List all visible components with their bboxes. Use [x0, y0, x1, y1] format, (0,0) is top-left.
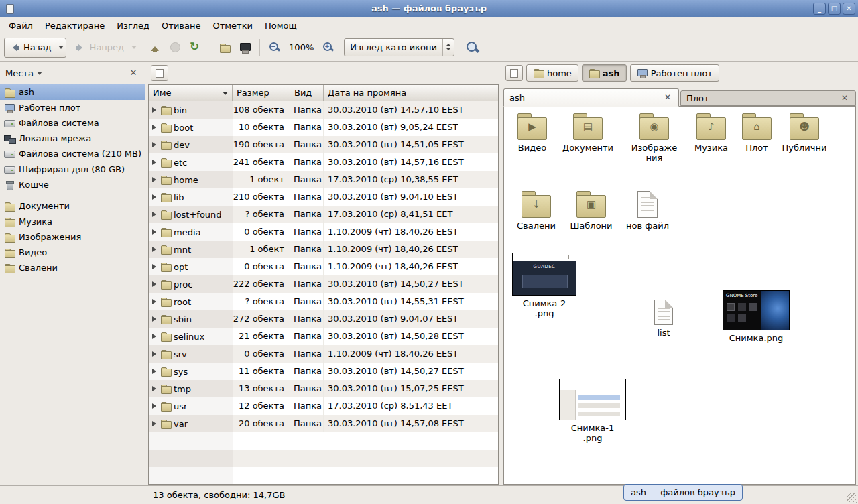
column-header-size[interactable]: Размер — [233, 85, 290, 101]
maximize-button[interactable] — [828, 3, 841, 15]
icon-view-folder[interactable]: ⌂ Плот — [730, 113, 784, 153]
icon-view-folder[interactable]: ↓ Свалени — [509, 191, 563, 231]
column-header-kind[interactable]: Вид — [290, 85, 324, 101]
forward-button[interactable]: Напред — [70, 38, 129, 58]
table-row[interactable]: bin 108 обекта Папка 30.03.2010 (вт) 14,… — [149, 101, 498, 119]
expander-icon[interactable] — [151, 334, 158, 340]
sidebar-item[interactable]: Локална мрежа — [0, 131, 145, 146]
column-header-name[interactable]: Име — [149, 85, 233, 101]
zoom-in-button[interactable]: + — [318, 38, 339, 58]
expander-icon[interactable] — [151, 229, 158, 235]
sidebar-title[interactable]: Места — [5, 68, 34, 78]
menu-item[interactable]: Файл — [3, 19, 39, 33]
menu-item[interactable]: Отиване — [156, 19, 206, 33]
expander-icon[interactable] — [151, 107, 158, 113]
pane-location-button[interactable] — [505, 65, 523, 81]
sidebar-item[interactable]: ash — [0, 84, 145, 100]
icon-view-file-new[interactable]: нов файл — [621, 191, 674, 231]
menu-item[interactable]: Редактиране — [39, 19, 111, 33]
table-row[interactable]: etc 241 обекта Папка 30.03.2010 (вт) 14,… — [149, 153, 498, 171]
sidebar-item[interactable]: Изображения — [0, 229, 145, 245]
table-row[interactable]: var 20 обекта Папка 30.03.2010 (вт) 14,5… — [149, 415, 498, 432]
table-row[interactable]: home 1 обект Папка 17.03.2010 (ср) 10,38… — [149, 171, 498, 188]
expander-icon[interactable] — [151, 421, 158, 427]
expander-icon[interactable] — [151, 316, 158, 322]
icon-view-image-snimka2[interactable]: GUADEC Снимка-2.png — [511, 253, 578, 319]
expander-icon[interactable] — [151, 212, 158, 218]
table-row[interactable]: mnt 1 обект Папка 1.10.2009 (чт) 18,40,2… — [149, 241, 498, 258]
table-row[interactable]: opt 0 обекта Папка 1.10.2009 (чт) 18,40,… — [149, 258, 498, 275]
table-row[interactable]: lib 210 обекта Папка 30.03.2010 (вт) 9,0… — [149, 188, 498, 206]
back-button[interactable]: Назад — [4, 38, 56, 58]
search-button[interactable] — [461, 38, 484, 58]
table-row[interactable]: sys 11 обекта Папка 30.03.2010 (вт) 14,5… — [149, 363, 498, 380]
expander-icon[interactable] — [151, 264, 158, 270]
sidebar-item[interactable]: Работен плот — [0, 100, 145, 115]
expander-icon[interactable] — [151, 369, 158, 375]
table-row[interactable]: lost+found ? обекта Папка 17.03.2010 (ср… — [149, 206, 498, 223]
icon-view-folder[interactable]: ◉ Изображения — [625, 113, 683, 164]
sidebar-close-button[interactable] — [127, 67, 139, 79]
close-tab-icon[interactable] — [839, 93, 850, 104]
table-row[interactable]: boot 10 обекта Папка 30.03.2010 (вт) 9,0… — [149, 119, 498, 136]
icon-view-folder[interactable]: ▣ Шаблони — [564, 191, 618, 231]
path-button-desktop[interactable]: Работен плот — [630, 64, 719, 82]
minimize-button[interactable] — [813, 3, 826, 15]
icon-view-folder[interactable]: ▶ Видео — [505, 113, 559, 153]
computer-button[interactable] — [235, 38, 255, 58]
path-button-ash[interactable]: ash — [582, 64, 627, 82]
table-row[interactable]: media 0 обекта Папка 1.10.2009 (чт) 18,4… — [149, 223, 498, 241]
tab-plot[interactable]: Плот — [680, 90, 856, 106]
menu-item[interactable]: Отметки — [206, 19, 258, 33]
column-header-modified[interactable]: Дата на промяна — [324, 85, 498, 101]
sidebar-item[interactable]: Свалени — [0, 260, 145, 275]
sidebar-item[interactable]: Видео — [0, 245, 145, 260]
sidebar-item[interactable]: Файлова система — [0, 115, 145, 131]
table-row[interactable]: tmp 13 обекта Папка 30.03.2010 (вт) 15,0… — [149, 380, 498, 397]
sidebar-item[interactable]: Документи — [0, 198, 145, 214]
sidebar-item[interactable]: Кошче — [0, 177, 145, 192]
icon-view-folder[interactable]: ☻ Публични — [778, 113, 831, 153]
table-row[interactable]: proc 222 обекта Папка 30.03.2010 (вт) 14… — [149, 275, 498, 293]
icon-view-folder[interactable]: ▤ Документи — [561, 113, 615, 153]
sidebar-item[interactable]: Шифриран дял (80 GB) — [0, 162, 145, 177]
menu-item[interactable]: Помощ — [259, 19, 303, 33]
icon-view-file-list[interactable]: list — [638, 300, 689, 338]
sidebar-item[interactable] — [0, 192, 145, 198]
close-button[interactable] — [843, 3, 855, 15]
expander-icon[interactable] — [151, 142, 158, 148]
expander-icon[interactable] — [151, 125, 158, 131]
icon-view-image-snimka1[interactable]: Снимка-1.png — [558, 379, 627, 444]
home-button[interactable] — [214, 38, 235, 58]
zoom-out-button[interactable]: − — [264, 38, 285, 58]
taskbar-window-button[interactable]: ash — файлов браузър — [623, 484, 743, 501]
table-row[interactable]: usr 12 обекта Папка 17.03.2010 (ср) 8,51… — [149, 397, 498, 415]
expander-icon[interactable] — [151, 299, 158, 305]
stop-button[interactable] — [166, 38, 185, 58]
expander-icon[interactable] — [151, 403, 158, 410]
close-tab-icon[interactable] — [662, 92, 673, 103]
expander-icon[interactable] — [151, 194, 158, 200]
expander-icon[interactable] — [151, 160, 158, 166]
expander-icon[interactable] — [151, 351, 158, 357]
table-row[interactable]: sbin 272 обекта Папка 30.03.2010 (вт) 9,… — [149, 310, 498, 328]
back-history-dropdown[interactable] — [56, 38, 66, 58]
resize-grip[interactable] — [847, 493, 857, 503]
reload-button[interactable] — [185, 38, 206, 58]
expander-icon[interactable] — [151, 386, 158, 392]
expander-icon[interactable] — [151, 281, 158, 288]
pane-location-button[interactable] — [151, 65, 168, 81]
table-row[interactable]: dev 190 обекта Папка 30.03.2010 (вт) 14,… — [149, 136, 498, 153]
table-row[interactable]: root ? обекта Папка 30.03.2010 (вт) 14,5… — [149, 293, 498, 310]
titlebar[interactable]: ash — файлов браузър — [0, 0, 858, 17]
tab-ash[interactable]: ash — [503, 88, 679, 107]
sidebar-item[interactable]: Файлова система (210 MB) — [0, 146, 145, 162]
forward-history-dropdown[interactable] — [129, 38, 139, 58]
up-button[interactable] — [145, 38, 166, 58]
icon-view-image-snimka[interactable]: GNOME Store Снимка.png — [721, 290, 791, 344]
expander-icon[interactable] — [151, 247, 158, 253]
path-button-home[interactable]: home — [526, 64, 578, 82]
table-row[interactable]: selinux 21 обекта Папка 30.03.2010 (вт) … — [149, 328, 498, 345]
menu-item[interactable]: Изглед — [111, 19, 156, 33]
expander-icon[interactable] — [151, 177, 158, 183]
